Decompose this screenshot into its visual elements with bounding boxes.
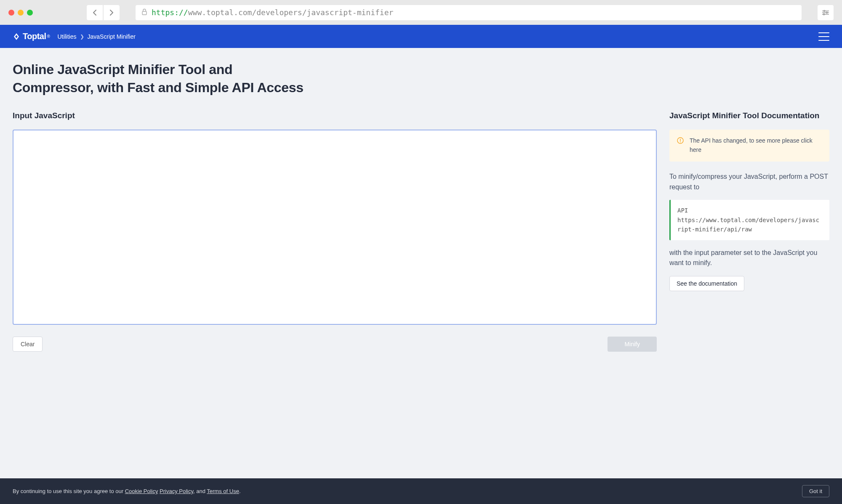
input-column: Input JavaScript Clear Minify [13,111,657,352]
window-minimize-icon[interactable] [18,10,24,16]
window-close-icon[interactable] [8,10,14,16]
breadcrumb-parent[interactable]: Utilities [57,33,76,40]
url-text: https://www.toptal.com/developers/javasc… [152,8,393,17]
svg-rect-0 [142,11,147,15]
notice-text[interactable]: The API has changed, to see more please … [690,136,822,154]
lock-icon [141,8,147,17]
window-maximize-icon[interactable] [27,10,33,16]
clear-button[interactable]: Clear [13,337,43,352]
forward-button[interactable] [104,5,120,20]
brand-name: Toptal [23,32,46,41]
code-label: API [677,206,823,215]
tool-buttons: Clear Minify [13,337,657,352]
site-header: Toptal® Utilities ❯ JavaScript Minifier [0,25,842,48]
svg-point-9 [680,142,681,143]
traffic-lights [8,10,33,16]
doc-paragraph-1: To minify/compress your JavaScript, perf… [669,172,829,193]
minify-button[interactable]: Minify [608,337,657,352]
settings-button[interactable] [818,5,834,20]
nav-buttons [87,5,120,20]
api-endpoint-code: API https://www.toptal.com/developers/ja… [669,200,829,240]
api-change-notice: The API has changed, to see more please … [669,130,829,161]
chevron-left-icon [93,9,97,16]
see-documentation-button[interactable]: See the documentation [669,276,744,291]
documentation-column: JavaScript Minifier Tool Documentation T… [669,111,829,352]
svg-point-4 [823,10,825,11]
brand-logo[interactable]: Toptal® [13,32,50,41]
breadcrumb-current: JavaScript Minifier [88,33,136,40]
chevron-right-icon: ❯ [80,34,84,40]
toptal-logo-icon [13,32,20,41]
doc-heading: JavaScript Minifier Tool Documentation [669,111,829,120]
breadcrumb: Utilities ❯ JavaScript Minifier [57,33,136,40]
javascript-input[interactable] [13,130,657,325]
browser-chrome: https://www.toptal.com/developers/javasc… [0,0,842,25]
chevron-right-icon [109,9,114,16]
page-title: Online JavaScript Minifier Tool and Comp… [13,61,307,97]
doc-paragraph-2: with the input parameter set to the Java… [669,248,829,269]
page-content: Online JavaScript Minifier Tool and Comp… [0,48,842,352]
content-row: Input JavaScript Clear Minify JavaScript… [13,111,829,352]
code-url: https://www.toptal.com/developers/javasc… [677,215,823,234]
svg-point-6 [823,13,824,15]
svg-point-5 [826,12,827,13]
input-label: Input JavaScript [13,111,657,120]
sliders-icon [822,10,829,16]
warning-icon [677,137,684,154]
url-bar[interactable]: https://www.toptal.com/developers/javasc… [136,5,802,20]
back-button[interactable] [87,5,103,20]
menu-button[interactable] [818,32,829,41]
